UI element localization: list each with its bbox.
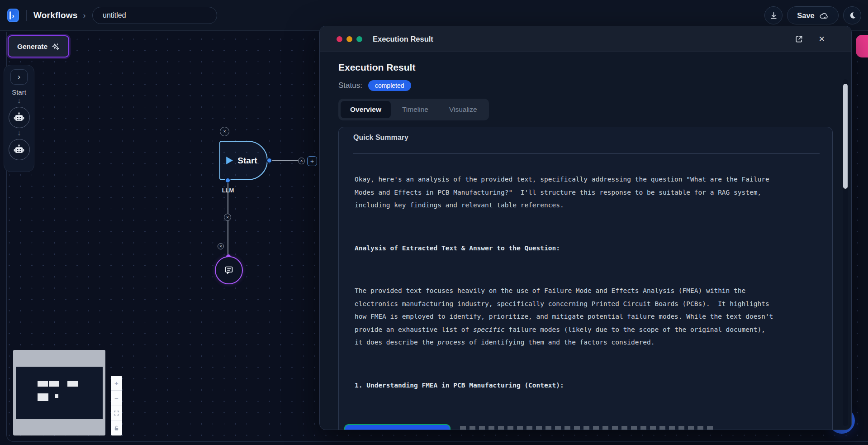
summary-text: Okay, here's an analysis of the provided… xyxy=(355,173,823,392)
start-node-bottom-handle[interactable] xyxy=(225,177,231,183)
summary-line xyxy=(355,227,823,242)
summary-line: it does describe the process of identify… xyxy=(355,336,823,349)
palette-start-label: Start xyxy=(12,88,26,96)
arrow-down-icon: ↓ xyxy=(17,97,21,107)
moon-icon xyxy=(848,11,856,19)
summary-line xyxy=(355,269,823,284)
card-divider xyxy=(353,153,820,154)
minimap-viewport xyxy=(16,367,103,419)
result-heading: Execution Result xyxy=(338,62,415,73)
add-node-button[interactable]: + xyxy=(307,156,317,166)
node-delete-button[interactable]: ✕ xyxy=(218,243,224,249)
result-tabs: Overview Timeline Visualize xyxy=(338,99,489,120)
save-button[interactable]: Save xyxy=(787,6,839,24)
download-button[interactable] xyxy=(764,6,783,24)
modal-scrollbar-thumb[interactable] xyxy=(843,84,848,189)
tab-overview[interactable]: Overview xyxy=(341,101,391,118)
status-badge: completed xyxy=(368,80,411,91)
status-row: Status: completed xyxy=(338,80,411,91)
lock-button[interactable] xyxy=(111,421,122,435)
tab-timeline[interactable]: Timeline xyxy=(393,101,438,118)
modal-body: Execution Result Status: completed Overv… xyxy=(320,52,851,430)
edge-delete-button[interactable]: ✕ xyxy=(224,214,231,221)
traffic-light-green xyxy=(356,36,362,42)
play-icon xyxy=(226,157,233,164)
cloud-icon xyxy=(819,12,829,19)
robot-icon xyxy=(13,112,25,123)
traffic-light-red xyxy=(337,36,342,42)
generate-button[interactable]: Generate xyxy=(8,35,69,57)
execution-result-modal: Execution Result ✕ Execution Result Stat… xyxy=(319,26,852,430)
close-modal-button[interactable]: ✕ xyxy=(819,34,825,44)
workflow-name-input[interactable]: untitled xyxy=(92,7,217,24)
summary-line xyxy=(355,212,823,227)
theme-toggle-button[interactable] xyxy=(843,6,861,24)
app-screen: › Workflows › untitled Save xyxy=(0,0,868,445)
zoom-in-button[interactable]: + xyxy=(111,376,122,391)
palette-agent-node-2[interactable] xyxy=(9,139,30,160)
start-node-right-handle[interactable] xyxy=(266,158,272,163)
breadcrumb-separator: › xyxy=(83,11,86,20)
clipped-text-ghost xyxy=(460,426,713,430)
summary-line: how FMEA is employed to identify, priori… xyxy=(355,310,823,323)
palette-expand-button[interactable]: › xyxy=(10,69,28,85)
llm-handle-label: LLM xyxy=(216,187,240,194)
start-node-label: Start xyxy=(237,156,257,166)
summary-line xyxy=(355,364,823,379)
sparkles-icon xyxy=(52,43,60,51)
fit-view-button[interactable] xyxy=(111,406,122,421)
quick-summary-card: Quick Summary Okay, here's an analysis o… xyxy=(338,127,833,430)
lock-icon xyxy=(114,426,119,431)
bottom-toast[interactable] xyxy=(344,424,451,430)
summary-line: Okay, here's an analysis of the provided… xyxy=(355,173,823,186)
start-node[interactable]: Start xyxy=(219,141,268,180)
fit-view-icon xyxy=(114,411,119,416)
breadcrumb-workflows-link[interactable]: Workflows xyxy=(33,10,78,20)
zoom-out-button[interactable]: − xyxy=(111,391,122,406)
robot-icon xyxy=(13,144,25,155)
summary-line: electronics manufacturing industry, spec… xyxy=(355,297,823,311)
delete-start-node-button[interactable]: ✕ xyxy=(220,127,229,136)
edge-delete-button[interactable]: ✕ xyxy=(298,158,305,164)
quick-summary-title: Quick Summary xyxy=(353,134,408,142)
chat-bubble-icon xyxy=(223,265,234,276)
open-external-button[interactable] xyxy=(795,35,803,43)
node-palette: › Start ↓ ↓ xyxy=(4,65,34,172)
status-label: Status: xyxy=(338,81,362,90)
app-logo-icon[interactable]: › xyxy=(7,9,19,22)
summary-line xyxy=(355,254,823,269)
canvas-controls: + − xyxy=(111,376,122,435)
traffic-light-amber xyxy=(346,36,352,42)
modal-title: Execution Result xyxy=(373,35,433,43)
summary-line: The provided text focuses heavily on the… xyxy=(355,284,823,297)
minimap[interactable] xyxy=(13,350,105,435)
summary-line: Modes and Effects in PCB Manufacturing?"… xyxy=(355,186,823,199)
palette-agent-node-1[interactable] xyxy=(9,107,30,128)
summary-line: Analysis of Extracted Text & Answer to t… xyxy=(355,242,823,255)
tab-visualize[interactable]: Visualize xyxy=(440,101,487,118)
chat-node[interactable] xyxy=(215,256,243,284)
modal-header[interactable]: Execution Result ✕ xyxy=(320,26,851,52)
assistant-peek-button[interactable] xyxy=(856,35,868,57)
breadcrumb: Workflows › xyxy=(33,0,86,31)
summary-line: 1. Understanding FMEA in PCB Manufacturi… xyxy=(355,379,823,392)
summary-line: including key findings and relevant tabl… xyxy=(355,199,823,212)
download-icon xyxy=(769,11,778,20)
topbar-divider xyxy=(26,10,27,21)
edge-start-right xyxy=(269,160,299,161)
summary-line: provide an exhaustive list of specific f… xyxy=(355,323,823,336)
arrow-down-icon: ↓ xyxy=(17,129,21,139)
summary-line xyxy=(355,349,823,364)
